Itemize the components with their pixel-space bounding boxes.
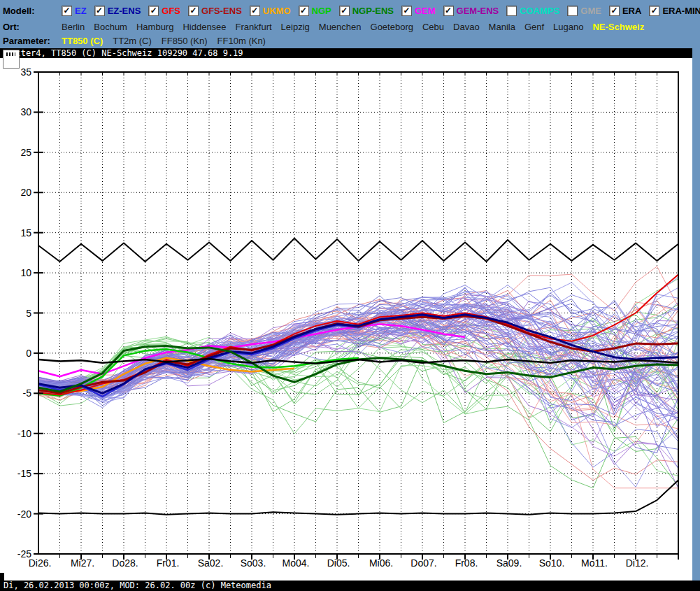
- model-checkbox-gfs[interactable]: ✓GFS: [148, 6, 180, 16]
- parameter-tt850-c[interactable]: TT850 (C): [62, 36, 103, 46]
- x-tick-label: So03.: [241, 557, 266, 569]
- checkbox-checked-icon[interactable]: ✓: [188, 6, 199, 16]
- ort-davao[interactable]: Davao: [453, 22, 480, 32]
- ort-goeteborg[interactable]: Goeteborg: [371, 22, 413, 32]
- checkbox-unchecked-icon[interactable]: ✓: [567, 6, 578, 16]
- model-label: GME: [580, 6, 601, 16]
- x-tick-label: Sa02.: [198, 557, 224, 569]
- model-label: NGP: [312, 6, 331, 16]
- window-icon[interactable]: [3, 50, 20, 69]
- x-tick-label: Di12.: [626, 557, 649, 569]
- y-tick-label: -20: [17, 508, 31, 520]
- y-tick-label: 30: [20, 106, 31, 118]
- x-tick-label: Fr01.: [157, 557, 180, 569]
- ort-hiddensee[interactable]: Hiddensee: [183, 22, 226, 32]
- y-tick-label: 20: [20, 187, 31, 198]
- model-checkbox-coamps[interactable]: ✓COAMPS: [506, 6, 559, 16]
- ort-lugano[interactable]: Lugano: [553, 22, 583, 32]
- model-row: Modell: ✓EZ✓EZ-ENS✓GFS✓GFS-ENS✓UKMO✓NGP✓…: [0, 3, 700, 17]
- ort-frankfurt[interactable]: Frankfurt: [236, 22, 272, 32]
- model-checkbox-era-min[interactable]: ✓ERA-MIN: [649, 6, 700, 16]
- x-tick-label: Mi27.: [71, 557, 94, 569]
- model-checkbox-gfs-ens[interactable]: ✓GFS-ENS: [188, 6, 242, 16]
- selector-panel: Modell: ✓EZ✓EZ-ENS✓GFS✓GFS-ENS✓UKMO✓NGP✓…: [0, 0, 700, 48]
- ort-cebu[interactable]: Cebu: [422, 22, 444, 32]
- checkbox-checked-icon[interactable]: ✓: [609, 6, 620, 16]
- checkbox-checked-icon[interactable]: ✓: [148, 6, 159, 16]
- x-tick-label: Mi06.: [369, 557, 393, 569]
- model-label: ERA: [622, 6, 641, 16]
- model-checkbox-ngp-ens[interactable]: ✓NGP-ENS: [339, 6, 394, 16]
- ort-leipzig[interactable]: Leipzig: [281, 22, 310, 32]
- y-tick-label: -10: [17, 428, 31, 439]
- model-checkbox-ez-ens[interactable]: ✓EZ-ENS: [94, 6, 141, 16]
- y-tick-label: 35: [20, 66, 31, 78]
- model-checkbox-ukmo[interactable]: ✓UKMO: [250, 6, 291, 16]
- ort-row: Ort: BerlinBochumHamburgHiddenseeFrankfu…: [0, 20, 653, 34]
- model-label: NGP-ENS: [352, 6, 394, 16]
- ort-list: BerlinBochumHamburgHiddenseeFrankfurtLei…: [62, 22, 653, 32]
- x-tick-label: Di26.: [29, 557, 52, 569]
- model-checkbox-ez[interactable]: ✓EZ: [62, 6, 87, 16]
- y-tick-label: -5: [23, 387, 32, 399]
- x-tick-label: Fr08.: [455, 557, 478, 569]
- checkbox-checked-icon[interactable]: ✓: [443, 6, 454, 16]
- model-checkbox-gem-ens[interactable]: ✓GEM-ENS: [443, 6, 499, 16]
- ort-berlin[interactable]: Berlin: [62, 22, 85, 32]
- model-label: EZ-ENS: [108, 6, 141, 16]
- parameter-list: TT850 (C)TT2m (C)FF850 (Kn)FF10m (Kn): [62, 36, 276, 46]
- y-tick-label: 0: [26, 348, 31, 359]
- ort-genf[interactable]: Genf: [524, 22, 544, 32]
- parameter-tt2m-c[interactable]: TT2m (C): [113, 36, 152, 46]
- y-tick-label: 5: [26, 308, 31, 319]
- checkbox-checked-icon[interactable]: ✓: [299, 6, 309, 16]
- plot-window-titlebar: Wetter4, TT850 (C) NE-Schweiz 109290 47.…: [0, 48, 692, 58]
- modell-label: Modell:: [0, 6, 62, 16]
- statusbar-text: Di, 26.02.2013 00:00z, MOD: 26.02. 00z (…: [3, 581, 271, 590]
- plot-window-title: Wetter4, TT850 (C) NE-Schweiz 109290 47.…: [6, 48, 243, 58]
- checkbox-checked-icon[interactable]: ✓: [62, 6, 72, 16]
- model-label: GEM: [415, 6, 436, 16]
- checkbox-checked-icon[interactable]: ✓: [649, 6, 659, 16]
- checkbox-checked-icon[interactable]: ✓: [401, 6, 412, 16]
- checkbox-checked-icon[interactable]: ✓: [339, 6, 350, 16]
- chart-area: -25-20-15-10-505101520253035Di26.Mi27.Do…: [0, 58, 692, 581]
- resize-notch: [0, 573, 4, 581]
- model-checkbox-era[interactable]: ✓ERA: [609, 6, 641, 16]
- parameter-row: Parameter: TT850 (C)TT2m (C)FF850 (Kn)FF…: [0, 34, 276, 48]
- model-checkbox-list: ✓EZ✓EZ-ENS✓GFS✓GFS-ENS✓UKMO✓NGP✓NGP-ENS✓…: [62, 6, 700, 16]
- ort-bochum[interactable]: Bochum: [94, 22, 127, 32]
- model-label: GFS-ENS: [201, 6, 242, 16]
- checkbox-checked-icon[interactable]: ✓: [94, 6, 105, 16]
- x-tick-label: Sa09.: [497, 557, 522, 569]
- y-tick-label: 15: [20, 227, 31, 238]
- ort-hamburg[interactable]: Hamburg: [136, 22, 173, 32]
- ort-manila[interactable]: Manila: [489, 22, 515, 32]
- checkbox-checked-icon[interactable]: ✓: [250, 6, 260, 16]
- model-label: EZ: [75, 6, 87, 16]
- y-tick-label: 25: [20, 147, 31, 158]
- x-tick-label: Mo04.: [283, 557, 310, 569]
- x-tick-label: Mo11.: [581, 557, 608, 569]
- statusbar: Di, 26.02.2013 00:00z, MOD: 26.02. 00z (…: [0, 581, 700, 591]
- y-tick-label: 10: [20, 267, 31, 278]
- parameter-ff10m-kn[interactable]: FF10m (Kn): [217, 36, 266, 46]
- parameter-label: Parameter:: [0, 36, 62, 46]
- parameter-ff850-kn[interactable]: FF850 (Kn): [162, 36, 208, 46]
- model-label: UKMO: [263, 6, 291, 16]
- model-checkbox-ngp[interactable]: ✓NGP: [299, 6, 331, 16]
- ort-ne-schweiz[interactable]: NE-Schweiz: [592, 22, 644, 32]
- checkbox-unchecked-icon[interactable]: ✓: [506, 6, 517, 16]
- model-checkbox-gme[interactable]: ✓GME: [567, 6, 601, 16]
- y-tick-label: -15: [17, 468, 31, 479]
- ensemble-plot: -25-20-15-10-505101520253035Di26.Mi27.Do…: [0, 58, 692, 581]
- model-checkbox-gem[interactable]: ✓GEM: [401, 6, 436, 16]
- model-label: GFS: [162, 6, 180, 16]
- ort-label: Ort:: [0, 22, 62, 32]
- series-era-max: [38, 238, 678, 262]
- model-label: GEM-ENS: [457, 6, 499, 16]
- model-label: ERA-MIN: [662, 6, 700, 16]
- window-icon-glyph: [6, 52, 15, 56]
- ort-muenchen[interactable]: Muenchen: [319, 22, 362, 32]
- x-tick-label: Do28.: [112, 557, 138, 569]
